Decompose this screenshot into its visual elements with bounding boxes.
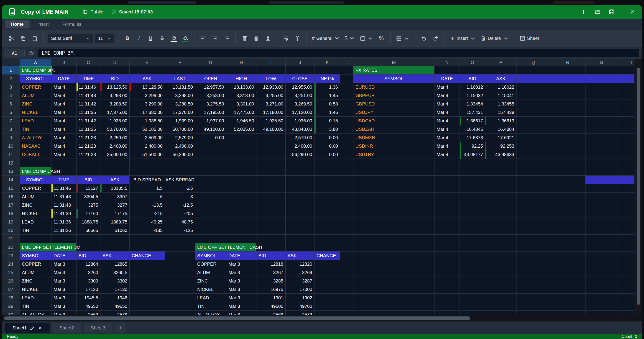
row-header-14[interactable]: 14 [2,176,20,184]
column-header-Q[interactable]: Q [516,59,550,66]
cell-G7[interactable]: 1,937.00 [195,117,226,125]
row-header-12[interactable]: 12 [2,159,20,167]
cell-R2[interactable] [550,75,586,83]
cell-M27[interactable] [354,285,434,294]
cell-P17[interactable] [485,201,516,209]
cell-M8[interactable]: USDZAR [354,125,434,134]
cell-H5[interactable]: 3,301.00 [226,100,256,108]
cell-O19[interactable] [460,218,485,226]
close-button[interactable] [628,8,636,16]
cell-N25[interactable] [434,268,460,277]
cell-B14[interactable]: TIME [52,176,76,184]
cell-Q23[interactable] [516,251,550,260]
vertical-scrollbar[interactable] [634,59,642,315]
cell-A17[interactable]: ZINC [20,201,52,209]
cell-O5[interactable]: 1.33454 [460,100,485,108]
valign-top-button[interactable] [240,33,250,44]
cell-S24[interactable] [586,260,618,268]
cell-O7[interactable]: 1.36617 [460,117,485,125]
cell-K7[interactable]: 0.15 [314,117,340,125]
row-header-20[interactable]: 20 [2,226,20,235]
cell-D18[interactable]: 17175 [100,209,130,218]
cell-I19[interactable] [256,218,286,226]
cell-N15[interactable] [434,184,460,192]
cell-N20[interactable] [434,226,460,235]
cell-D20[interactable]: 51060 [100,226,130,235]
cell-L23[interactable] [340,251,354,260]
row-header-1[interactable]: 1 [2,66,20,75]
cell-K17[interactable] [314,201,340,209]
cell-N21[interactable] [434,235,460,243]
cell-C3[interactable]: 11:31:46 [76,83,100,91]
cell-M11[interactable]: USDTRY [354,150,434,159]
cell-A25[interactable]: ALUM [20,268,52,277]
cell-S16[interactable] [586,192,618,201]
cell-A11[interactable]: COBALT [20,150,52,159]
cell-K1[interactable] [314,66,340,75]
column-header-E[interactable]: E [130,59,165,66]
cell-A20[interactable]: TIN [20,226,52,235]
cell-R8[interactable] [550,125,586,134]
cell-N3[interactable]: Mar 4 [434,83,460,91]
cell-N24[interactable] [434,260,460,268]
cell-Q16[interactable] [516,192,550,201]
cell-L20[interactable] [340,226,354,235]
cell-F7[interactable]: 1,939.00 [165,117,195,125]
cell-J9[interactable]: 2,579.00 [286,134,314,142]
cell-C26[interactable]: 3300 [76,277,100,285]
cell-D7[interactable]: 1,938.00 [100,117,130,125]
cell-P20[interactable] [485,226,516,235]
cell-B28[interactable]: Mar 3 [52,294,76,302]
valign-middle-button[interactable] [251,33,261,44]
cell-H26[interactable]: Mar 3 [226,277,256,285]
cell-D19[interactable]: 1889.75 [100,218,130,226]
row-header-17[interactable]: 17 [2,201,20,209]
cell-N7[interactable]: Mar 4 [434,117,460,125]
cell-R20[interactable] [550,226,586,235]
cell-I26[interactable]: 3285 [256,277,286,285]
cell-E2[interactable]: ASK [130,75,165,83]
cell-G4[interactable]: 3,258.00 [195,91,226,100]
cell-G25[interactable]: ALUM [195,268,226,277]
column-header-S[interactable]: S [586,59,618,66]
cell-P4[interactable]: 1.15041 [485,91,516,100]
cell-F27[interactable] [165,285,195,294]
cell-S15[interactable] [586,184,618,192]
cell-I21[interactable] [256,235,286,243]
cell-H11[interactable] [226,150,256,159]
row-header-7[interactable]: 7 [2,117,20,125]
cell-B16[interactable]: 11:31:43 [52,192,76,201]
cell-A4[interactable]: ALUM [20,91,52,100]
cell-N18[interactable] [434,209,460,218]
cell-G11[interactable] [195,150,226,159]
cell-F30[interactable] [165,310,195,315]
column-header-P[interactable]: P [485,59,516,66]
undo-button[interactable] [419,33,429,44]
cell-O21[interactable] [460,235,485,243]
font-family-select[interactable]: Sans Serif [48,33,93,43]
cell-O14[interactable] [460,176,485,184]
cell-K29[interactable] [314,302,340,310]
cell-K6[interactable]: 1.46 [314,108,340,117]
cell-G29[interactable]: TIN [195,302,226,310]
cell-Q24[interactable] [516,260,550,268]
sheet-tab-sheet1[interactable]: Sheet1 [5,322,50,333]
cell-G3[interactable]: 12,957.50 [195,83,226,91]
column-header-A[interactable]: A [20,59,52,66]
cell-F11[interactable]: 56,290.00 [165,150,195,159]
cell-K5[interactable]: 0.58 [314,100,340,108]
cell-O13[interactable] [460,167,485,176]
cell-D14[interactable]: ASK [100,176,130,184]
cell-A22[interactable]: LME OFF SETTLEMENT 3M [20,243,52,251]
cell-F1[interactable] [165,66,195,75]
cell-D17[interactable]: 3277 [100,201,130,209]
cell-E7[interactable]: 1,938.50 [130,117,165,125]
cell-M3[interactable]: EURUSD [354,83,434,91]
cell-D1[interactable] [100,66,130,75]
cell-N26[interactable] [434,277,460,285]
row-header-9[interactable]: 9 [2,134,20,142]
cell-Q8[interactable] [516,125,550,134]
valign-bottom-button[interactable] [263,33,273,44]
cell-C15[interactable]: 13127 [76,184,100,192]
cell-C6[interactable]: 11:31:35 [76,108,100,117]
